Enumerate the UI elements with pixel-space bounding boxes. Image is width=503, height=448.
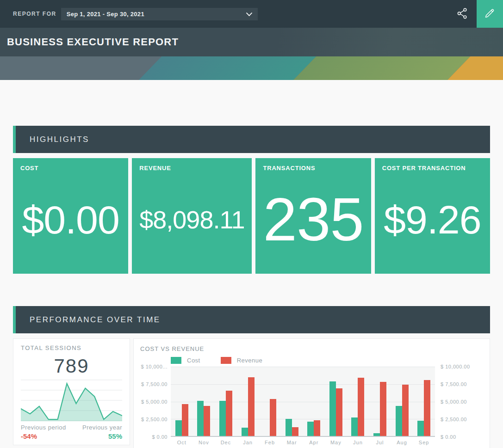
bar-revenue-apr	[314, 420, 320, 436]
metric-label: COST	[20, 165, 121, 172]
x-tick: Dec	[215, 440, 237, 445]
bar-cost-apr	[307, 422, 314, 436]
bar-revenue-nov	[204, 406, 210, 436]
bar-cost-oct	[175, 420, 182, 436]
bar-revenue-sep	[424, 380, 430, 436]
bar-cost-aug	[396, 406, 402, 436]
date-range-value: Sep 1, 2021 - Sep 30, 2021	[67, 11, 246, 18]
bar-cost-nov	[197, 401, 204, 436]
x-tick: Mar	[281, 440, 303, 445]
y-tick: $ 2,500.00	[141, 417, 168, 422]
bar-cost-mar	[286, 419, 292, 436]
y-tick: $ 5,000.00	[441, 399, 467, 405]
x-tick: Aug	[391, 440, 413, 445]
top-toolbar: REPORT FOR Sep 1, 2021 - Sep 30, 2021	[0, 0, 503, 28]
y-tick: $ 0.00	[152, 434, 168, 440]
legend-swatch	[171, 357, 181, 364]
banner-stripe-teal	[139, 56, 316, 80]
bar-cost-jul	[373, 433, 380, 436]
decorative-banner	[0, 56, 503, 80]
metric-card-cost: COST $0.00	[13, 158, 128, 274]
bar-cost-jan	[242, 428, 248, 436]
previous-period-label: Previous period	[21, 424, 66, 431]
legend-swatch	[221, 357, 231, 364]
y-tick: $ 7,500.00	[441, 381, 467, 387]
chart-legend: CostRevenue	[171, 357, 490, 364]
edit-report-button[interactable]	[477, 0, 503, 28]
bar-revenue-oct	[182, 404, 188, 436]
x-tick: Nov	[193, 440, 215, 445]
bar-revenue-may	[336, 388, 342, 436]
bar-revenue-dec	[226, 391, 232, 436]
x-tick: Jul	[369, 440, 391, 445]
legend-item-cost[interactable]: Cost	[171, 357, 200, 364]
metric-value: $0.00	[22, 200, 119, 239]
y-tick: $ 10,000.00	[441, 364, 470, 369]
metric-label: COST PER TRANSACTION	[382, 165, 483, 172]
report-for-label: REPORT FOR	[13, 11, 56, 17]
x-tick: Apr	[303, 440, 325, 445]
legend-label: Cost	[187, 357, 200, 364]
y-tick: $ 5,000.00	[141, 399, 168, 405]
bar-group-nov	[193, 367, 215, 436]
metric-value: $8,098.11	[139, 207, 244, 232]
banner-stripe-gray	[0, 56, 161, 80]
bar-group-mar	[281, 367, 303, 436]
x-tick: Oct	[171, 440, 193, 445]
previous-period-stat: Previous period -54%	[21, 424, 66, 440]
x-tick: Sep	[413, 440, 435, 445]
metric-card-transactions: TRANSACTIONS 235	[255, 158, 371, 274]
cost-vs-revenue-title: COST VS REVENUE	[140, 345, 204, 352]
bar-cost-jun	[351, 417, 358, 436]
metric-label: REVENUE	[139, 165, 244, 172]
y-tick: $ 10,000...	[141, 364, 168, 369]
bar-group-dec	[215, 367, 237, 436]
x-axis-labels: OctNovDecJanFebMarAprMayJunJulAugSep	[171, 437, 435, 445]
share-button[interactable]	[448, 0, 477, 28]
cost-vs-revenue-card: COST VS REVENUE CostRevenue $ 10,000...$…	[133, 338, 490, 448]
bar-cost-dec	[219, 401, 226, 436]
bar-group-jul	[369, 367, 391, 436]
bar-group-apr	[303, 367, 325, 436]
x-tick: May	[325, 440, 347, 445]
y-axis-left: $ 10,000...$ 7,500.00$ 5,000.00$ 2,500.0…	[134, 367, 171, 437]
bar-group-aug	[391, 367, 413, 436]
date-range-dropdown[interactable]: Sep 1, 2021 - Sep 30, 2021	[61, 8, 258, 20]
bar-group-jun	[347, 367, 369, 436]
x-tick: Jun	[347, 440, 369, 445]
highlight-cards: COST $0.00 REVENUE $8,098.11 TRANSACTION…	[13, 158, 490, 274]
bar-cost-sep	[417, 421, 424, 436]
previous-year-stat: Previous year 55%	[82, 424, 122, 440]
legend-item-revenue[interactable]: Revenue	[221, 357, 263, 364]
chevron-down-icon	[246, 10, 252, 18]
share-icon	[456, 7, 468, 21]
bar-cost-may	[329, 381, 336, 436]
bar-revenue-mar	[292, 427, 298, 436]
metric-value: 235	[263, 189, 363, 250]
bar-revenue-aug	[402, 385, 409, 436]
bar-group-jan	[237, 367, 259, 436]
metric-card-revenue: REVENUE $8,098.11	[132, 158, 252, 274]
page-title: BUSINESS EXECUTIVE REPORT	[0, 36, 179, 48]
y-tick: $ 2,500.00	[441, 417, 467, 422]
bar-group-oct	[171, 367, 193, 436]
report-header: BUSINESS EXECUTIVE REPORT	[0, 28, 503, 56]
bar-chart-plot	[171, 367, 435, 437]
previous-period-value: -54%	[21, 432, 66, 440]
banner-stripe-olive	[293, 56, 470, 80]
bar-group-feb	[259, 367, 281, 436]
section-header-performance: PERFORMANCE OVER TIME	[13, 306, 490, 333]
total-sessions-card: TOTAL SESSIONS 789 Previous period -54% …	[13, 338, 130, 445]
total-sessions-title: TOTAL SESSIONS	[21, 344, 122, 351]
y-tick: $ 7,500.00	[141, 381, 168, 387]
y-axis-right: $ 10,000.00$ 7,500.00$ 5,000.00$ 2,500.0…	[435, 367, 490, 437]
metric-label: TRANSACTIONS	[263, 165, 363, 172]
metric-card-cost-per-transaction: COST PER TRANSACTION $9.26	[375, 158, 490, 274]
previous-year-label: Previous year	[82, 424, 122, 431]
pencil-icon	[484, 7, 496, 20]
bar-group-sep	[413, 367, 435, 436]
section-title: HIGHLIGHTS	[16, 135, 89, 144]
total-sessions-value: 789	[21, 355, 122, 377]
previous-year-value: 55%	[82, 432, 122, 440]
legend-label: Revenue	[237, 357, 263, 364]
